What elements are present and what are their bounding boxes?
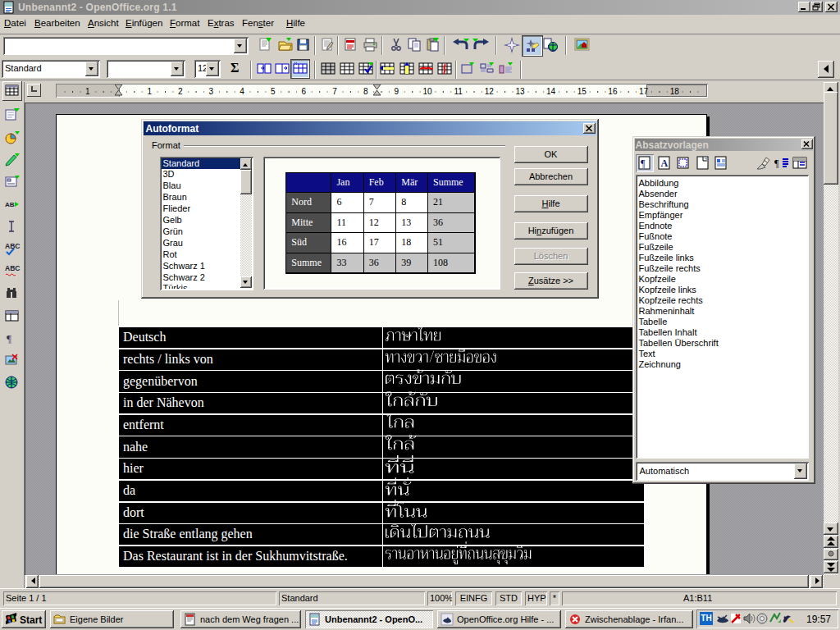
svg-text:14: 14 xyxy=(546,87,556,96)
svg-text:1: 1 xyxy=(147,87,152,96)
svg-text:1: 1 xyxy=(85,87,90,96)
svg-text:15: 15 xyxy=(578,87,587,96)
svg-text:¶: ¶ xyxy=(641,158,646,169)
svg-text:2: 2 xyxy=(178,87,183,96)
svg-text:3: 3 xyxy=(209,87,214,96)
svg-text:7: 7 xyxy=(332,87,337,96)
svg-text:10: 10 xyxy=(422,87,432,96)
svg-text:16: 16 xyxy=(608,87,618,96)
svg-text:5: 5 xyxy=(271,87,276,96)
svg-text:9: 9 xyxy=(395,87,399,96)
svg-text:11: 11 xyxy=(454,87,463,96)
svg-text:¶: ¶ xyxy=(774,158,779,169)
svg-text:8: 8 xyxy=(363,87,368,96)
svg-text:18: 18 xyxy=(670,87,680,96)
svg-text:4: 4 xyxy=(240,87,244,96)
svg-text:13: 13 xyxy=(515,87,525,96)
svg-text:¶: ¶ xyxy=(7,332,11,345)
svg-text:6: 6 xyxy=(302,87,307,96)
svg-text:AB: AB xyxy=(5,201,15,208)
svg-text:17: 17 xyxy=(639,87,649,96)
svg-text:ABC: ABC xyxy=(5,264,20,272)
svg-text:A: A xyxy=(661,158,669,169)
svg-text:12: 12 xyxy=(485,87,495,96)
